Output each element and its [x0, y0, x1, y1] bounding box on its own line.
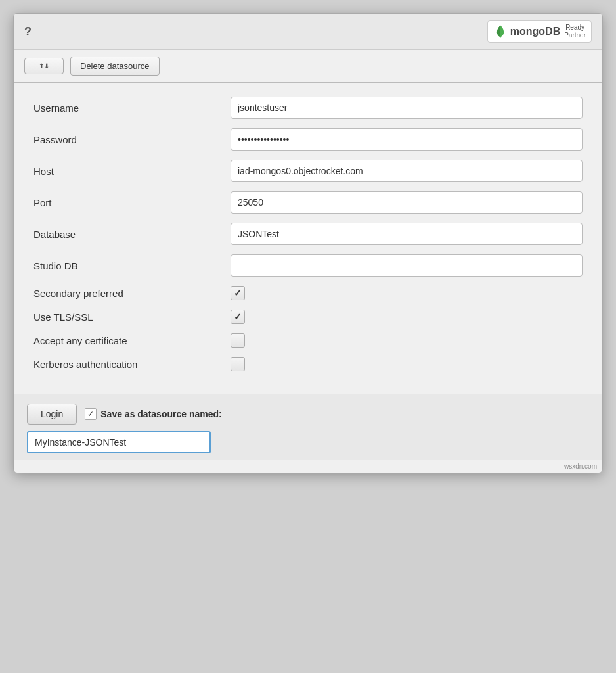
save-datasource-checkbox[interactable]: ✓ [85, 408, 97, 420]
password-input[interactable] [231, 128, 583, 151]
footer-row: Login ✓ Save as datasource named: [27, 404, 589, 425]
secondary-preferred-label: Secondary preferred [33, 288, 231, 299]
host-label: Host [33, 166, 231, 177]
password-row: Password [33, 128, 583, 151]
port-input[interactable] [231, 191, 583, 214]
secondary-preferred-checkbox[interactable] [231, 286, 245, 300]
use-tls-row: Use TLS/SSL [33, 310, 583, 324]
help-label[interactable]: ? [24, 25, 32, 39]
save-label-row: ✓ Save as datasource named: [85, 408, 221, 420]
accept-cert-checkbox[interactable] [231, 333, 245, 348]
kerberos-row: Kerberos authentication [33, 357, 583, 371]
watermark: wsxdn.com [14, 460, 602, 473]
kerberos-label: Kerberos authentication [33, 359, 231, 370]
database-input[interactable] [231, 223, 583, 245]
kerberos-checkbox-cell [231, 357, 245, 371]
password-label: Password [33, 134, 231, 145]
use-tls-label: Use TLS/SSL [33, 312, 231, 323]
host-input[interactable] [231, 160, 583, 182]
use-tls-checkbox[interactable] [231, 310, 245, 324]
delete-datasource-button[interactable]: Delete datasource [70, 57, 160, 76]
main-window: ? mongoDB ReadyPartner ⬆⬇ Delete datasou… [13, 13, 603, 473]
mongodb-logo: mongoDB [493, 24, 560, 39]
toolbar: ⬆⬇ Delete datasource [14, 50, 602, 83]
accept-cert-label: Accept any certificate [33, 335, 231, 346]
use-tls-checkbox-cell [231, 310, 245, 324]
studio-db-label: Studio DB [33, 260, 231, 271]
host-row: Host [33, 160, 583, 182]
datasource-name-input[interactable] [27, 431, 211, 453]
footer-area: Login ✓ Save as datasource named: [14, 394, 602, 460]
login-button[interactable]: Login [27, 404, 77, 425]
mongodb-badge: mongoDB ReadyPartner [487, 20, 592, 43]
accept-cert-row: Accept any certificate [33, 333, 583, 348]
database-row: Database [33, 223, 583, 245]
dropdown-arrows-icon: ⬆⬇ [39, 62, 49, 70]
studio-db-row: Studio DB [33, 254, 583, 277]
save-as-label: Save as datasource named: [100, 409, 221, 419]
secondary-preferred-checkbox-cell [231, 286, 245, 300]
accept-cert-checkbox-cell [231, 333, 245, 348]
username-label: Username [33, 103, 231, 114]
username-row: Username [33, 97, 583, 119]
username-input[interactable] [231, 97, 583, 119]
title-bar: ? mongoDB ReadyPartner [14, 14, 602, 50]
ready-partner-text: ReadyPartner [564, 24, 586, 39]
kerberos-checkbox[interactable] [231, 357, 245, 371]
studio-db-input[interactable] [231, 254, 583, 277]
mongodb-text: mongoDB [510, 26, 560, 37]
database-label: Database [33, 229, 231, 240]
port-label: Port [33, 197, 231, 208]
secondary-preferred-row: Secondary preferred [33, 286, 583, 300]
form-area: Username Password Host Port Database Stu… [14, 83, 602, 394]
select-dropdown[interactable]: ⬆⬇ [24, 58, 64, 74]
port-row: Port [33, 191, 583, 214]
mongodb-leaf-icon [493, 24, 508, 39]
